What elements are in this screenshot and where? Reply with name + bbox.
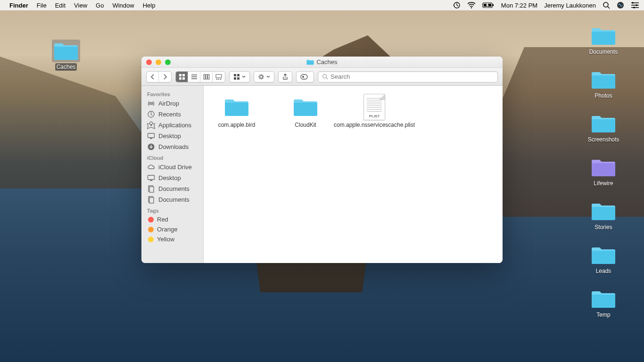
desktop-icon [147,132,155,140]
desktop-folder-lifewire[interactable]: Lifewire [585,156,622,187]
file-name: com.apple.nsservicescache.plist [334,122,415,129]
apps-icon [147,121,155,129]
downloads-icon [147,143,155,151]
column-view-button[interactable] [200,72,213,82]
svg-point-11 [636,4,637,6]
sidebar-item-label: Documents [158,185,190,192]
spotlight-icon[interactable] [603,1,610,9]
sidebar-item-documents[interactable]: Documents [141,194,203,205]
file-item[interactable]: PLISTcom.apple.nsservicescache.plist [348,94,401,129]
recents-icon [147,110,155,118]
sidebar-tag-yellow[interactable]: Yellow [141,234,203,244]
user-name[interactable]: Jeremy Laukkonen [544,2,596,9]
menu-window[interactable]: Window [112,2,134,9]
app-name[interactable]: Finder [9,2,28,9]
svg-rect-42 [149,187,154,192]
sidebar-item-label: Applications [158,122,191,129]
sidebar-item-iclouddrive[interactable]: iCloud Drive [141,162,203,173]
titlebar[interactable]: Caches [141,57,503,68]
forward-button[interactable] [159,72,171,82]
arrange-button[interactable] [229,71,250,82]
sidebar-item-desktop[interactable]: Desktop [141,131,203,141]
search-field[interactable] [318,71,498,82]
sidebar-tag-red[interactable]: Red [141,214,203,224]
menubar: Finder File Edit View Go Window Help Mon… [0,0,644,10]
svg-rect-38 [148,133,155,138]
tag-dot-icon [148,217,154,222]
desktop-folder-leads[interactable]: Leads [585,244,622,275]
sidebar-item-desktop[interactable]: Desktop [141,173,203,183]
desktop-folder-screenshots[interactable]: Screenshots [585,112,622,143]
sidebar-tag-orange[interactable]: Orange [141,224,203,234]
toolbar [141,68,503,86]
sidebar-item-airdrop[interactable]: AirDrop [141,98,203,109]
menu-file[interactable]: File [37,2,47,9]
desktop-folder-photos[interactable]: Photos [585,68,622,99]
share-button[interactable] [278,71,292,82]
desktop-folder-temp[interactable]: Temp [585,288,622,319]
sidebar-item-applications[interactable]: Applications [141,120,203,131]
tag-dot-icon [148,227,154,232]
search-icon [322,74,328,80]
action-button[interactable] [254,71,274,82]
menu-edit[interactable]: Edit [55,2,66,9]
menu-view[interactable]: View [74,2,87,9]
sidebar-item-label: Downloads [158,143,189,150]
svg-point-12 [633,7,635,8]
desktop-folder-label: Temp [595,311,611,319]
desktop-folder-documents[interactable]: Documents [585,25,622,56]
sidebar-item-label: Desktop [158,132,181,140]
sidebar-item-documents[interactable]: Documents [141,183,203,194]
time-machine-icon[interactable] [453,1,461,9]
svg-point-10 [632,2,634,4]
control-center-icon[interactable] [631,2,639,8]
icon-view-button[interactable] [176,72,188,82]
file-name: CloudKit [295,122,316,129]
desktop-folder-label: Stories [593,223,613,231]
clock[interactable]: Mon 7:22 PM [501,2,537,9]
svg-rect-25 [218,79,219,80]
sidebar-item-label: iCloud Drive [158,164,192,171]
svg-rect-29 [234,77,236,80]
desktop-folder-label: Caches [55,63,77,71]
sidebar-item-downloads[interactable]: Downloads [141,141,203,152]
desktop-folder-label: Lifewire [592,180,614,187]
wifi-icon[interactable] [467,1,476,9]
battery-icon[interactable] [482,2,495,8]
window-title: Caches [316,58,337,66]
svg-rect-44 [149,197,154,203]
svg-rect-28 [237,74,239,76]
docs-icon [147,196,155,204]
search-input[interactable] [330,73,494,80]
menu-go[interactable]: Go [96,2,104,9]
desktop-folder-stories[interactable]: Stories [585,200,622,231]
sidebar-item-label: Recents [158,111,181,118]
zoom-button[interactable] [165,59,171,65]
file-item[interactable]: CloudKit [279,94,332,129]
airdrop-icon [147,99,155,107]
cloud-icon [147,163,155,171]
close-button[interactable] [146,59,152,65]
svg-point-5 [603,2,608,7]
menu-help[interactable]: Help [143,2,156,9]
back-button[interactable] [147,72,159,82]
desktop-folder-label: Photos [593,92,613,99]
minimize-button[interactable] [156,59,161,65]
desktop-folder-caches[interactable]: Caches [47,40,85,71]
siri-icon[interactable] [617,1,624,9]
view-segment [175,71,225,82]
finder-window: Caches Favorites AirDropRecentsApplicati… [141,57,503,263]
plist-icon: PLIST [363,94,385,120]
file-item[interactable]: com.apple.bird [210,94,263,129]
docs-icon [147,185,155,193]
content-area[interactable]: com.apple.birdCloudKitPLISTcom.apple.nss… [204,86,503,263]
desktop-folder-label: Screenshots [586,136,621,143]
svg-point-1 [471,7,472,8]
desktop-folder-label: Documents [588,48,619,56]
tags-button[interactable] [296,71,314,82]
sidebar-item-recents[interactable]: Recents [141,109,203,120]
gallery-view-button[interactable] [213,72,225,82]
svg-point-35 [150,103,152,105]
list-view-button[interactable] [188,72,200,82]
sidebar-item-label: Documents [158,196,190,203]
